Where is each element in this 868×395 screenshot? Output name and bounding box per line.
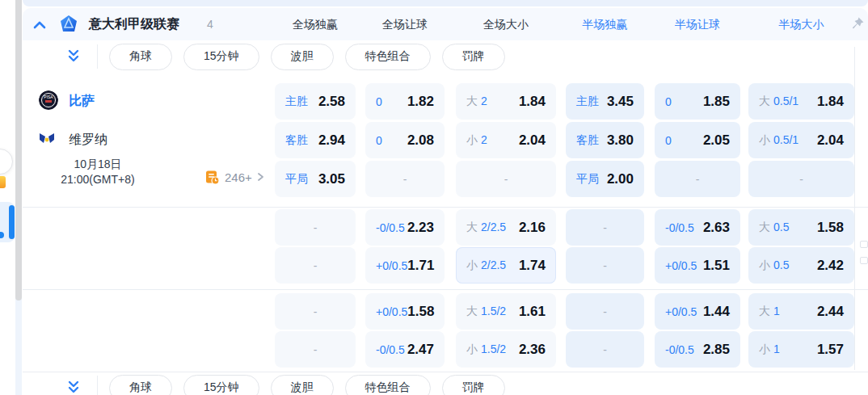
odds-label: 0	[665, 134, 672, 147]
odds-cell[interactable]: 01.82	[365, 83, 445, 120]
odds-label-kind: 大	[759, 305, 770, 317]
odds-value: 1.51	[703, 258, 730, 274]
odds-label: 平局	[576, 172, 599, 187]
odds-cell[interactable]: 小22.04	[456, 122, 556, 158]
odds-value: 3.45	[607, 94, 634, 110]
market-tab-pill[interactable]: 15分钟	[183, 375, 259, 395]
double-chevron-down-icon[interactable]	[65, 48, 82, 65]
odds-cell[interactable]: -0/0.52.47	[365, 331, 445, 368]
odds-dash: -	[799, 173, 803, 186]
market-tab-pill[interactable]: 波胆	[271, 375, 334, 395]
odds-cell[interactable]: 小11.57	[748, 331, 854, 368]
odds-label: 0	[665, 95, 672, 108]
odds-cell-empty: -	[275, 293, 356, 330]
column-header-half-5[interactable]: 半场大小	[748, 18, 854, 32]
odds-value: 3.80	[607, 132, 634, 149]
odds-cell[interactable]: 大0.5/11.84	[748, 83, 854, 120]
odds-value: 2.58	[318, 94, 345, 110]
odds-cell[interactable]: +0/0.51.71	[365, 247, 445, 284]
rail-mark-icon	[860, 257, 868, 264]
odds-label: 客胜	[576, 133, 599, 148]
market-tab-pill[interactable]: 角球	[109, 44, 172, 70]
odds-label-kind: 小	[466, 258, 478, 271]
odds-cell-empty: -	[566, 209, 644, 246]
odds-cell[interactable]: -0/0.52.85	[655, 331, 740, 368]
odds-label-kind: 小	[759, 133, 770, 146]
odds-label: +0/0.5	[665, 259, 697, 272]
odds-value: 3.05	[318, 171, 345, 187]
odds-cell-empty: -	[365, 161, 445, 197]
market-tab-pill[interactable]: 罚牌	[442, 44, 505, 70]
odds-dash: -	[403, 173, 407, 186]
odds-value: 2.94	[318, 132, 345, 149]
odds-cell[interactable]: 大12.44	[748, 293, 854, 330]
odds-dash: -	[603, 221, 607, 234]
column-header-full-0[interactable]: 全场独赢	[275, 18, 356, 32]
odds-cell[interactable]: 大1.5/21.61	[456, 293, 556, 330]
column-header-full-2[interactable]: 全场大小	[456, 18, 556, 32]
odds-row: 主胜2.5801.82大21.84主胜3.4501.85大0.5/11.84	[23, 83, 868, 120]
odds-cell[interactable]: +0/0.51.44	[655, 293, 740, 330]
market-tab-pill[interactable]: 特色组合	[345, 375, 431, 395]
market-tab-pill[interactable]: 特色组合	[345, 44, 431, 70]
odds-cell[interactable]: 客胜3.80	[566, 122, 644, 158]
odds-cell[interactable]: 平局2.00	[566, 161, 644, 197]
odds-cell-empty: -	[566, 293, 644, 330]
column-header-full-1[interactable]: 全场让球	[365, 18, 445, 32]
market-tab-pill[interactable]: 波胆	[271, 44, 334, 70]
odds-value: 2.63	[703, 220, 730, 236]
odds-cell-empty: -	[566, 247, 644, 284]
odds-cell[interactable]: 小1.5/22.36	[456, 331, 556, 368]
odds-cell[interactable]: 02.08	[365, 122, 445, 158]
odds-cell[interactable]: +0/0.51.51	[655, 247, 740, 284]
odds-cell[interactable]: 02.05	[655, 122, 740, 158]
scrollbar-thumb[interactable]	[15, 0, 22, 300]
odds-cell[interactable]: 大2/2.52.16	[456, 209, 556, 246]
odds-label: 小0.5/1	[759, 133, 798, 148]
odds-label: -0/0.5	[665, 221, 694, 234]
odds-dash: -	[314, 343, 318, 356]
odds-cell[interactable]: 大0.51.58	[748, 209, 854, 246]
column-header-half-4[interactable]: 半场让球	[655, 18, 740, 32]
market-tab-pill[interactable]: 罚牌	[442, 375, 505, 395]
rail-mark-icon	[860, 241, 868, 248]
odds-cell[interactable]: -0/0.52.23	[365, 209, 445, 246]
odds-cell-empty: -	[566, 331, 644, 368]
odds-value: 1.82	[407, 94, 434, 110]
odds-label-kind: 小	[759, 258, 770, 271]
odds-label-kind: 小	[466, 133, 478, 146]
odds-dash: -	[603, 259, 607, 272]
chevron-up-icon[interactable]	[31, 16, 48, 34]
market-tab-pill[interactable]: 15分钟	[183, 44, 259, 70]
column-header-half-3[interactable]: 半场独赢	[566, 18, 644, 32]
floating-spark-icon	[0, 176, 6, 188]
market-tabs-top: 角球15分钟波胆特色组合罚牌	[23, 40, 868, 73]
odds-dash: -	[603, 343, 607, 356]
odds-cell[interactable]: 01.85	[655, 83, 740, 120]
odds-row: --0/0.52.23大2/2.52.16--0/0.52.63大0.51.58	[23, 209, 868, 246]
odds-cell[interactable]: 平局3.05	[275, 161, 356, 197]
odds-label-kind: 大	[466, 305, 478, 317]
odds-cell[interactable]: 客胜2.94	[275, 122, 356, 158]
odds-value: 2.04	[519, 132, 546, 149]
odds-cell-empty: -	[748, 161, 854, 197]
odds-label: 大1	[759, 305, 780, 319]
odds-cell[interactable]: 小2/2.51.74	[456, 247, 556, 284]
section-divider	[23, 289, 868, 290]
odds-cell[interactable]: 小0.52.42	[748, 247, 854, 284]
odds-value: 2.85	[703, 342, 730, 358]
market-tab-pill[interactable]: 角球	[109, 375, 172, 395]
odds-cell[interactable]: -0/0.52.63	[655, 209, 740, 246]
odds-cell[interactable]: +0/0.51.58	[365, 293, 445, 330]
odds-label: 平局	[285, 172, 308, 187]
double-chevron-down-icon[interactable]	[65, 379, 82, 395]
pin-icon[interactable]	[850, 16, 865, 31]
odds-label: 大0.5	[759, 221, 789, 235]
odds-cell[interactable]: 小0.5/12.04	[748, 122, 854, 158]
odds-value: 2.23	[407, 220, 434, 236]
odds-cell[interactable]: 主胜3.45	[566, 83, 644, 120]
odds-cell[interactable]: 主胜2.58	[275, 83, 356, 120]
odds-cell[interactable]: 大21.84	[456, 83, 556, 120]
floating-widget-fragment[interactable]	[0, 149, 13, 174]
odds-dash: -	[696, 173, 700, 186]
